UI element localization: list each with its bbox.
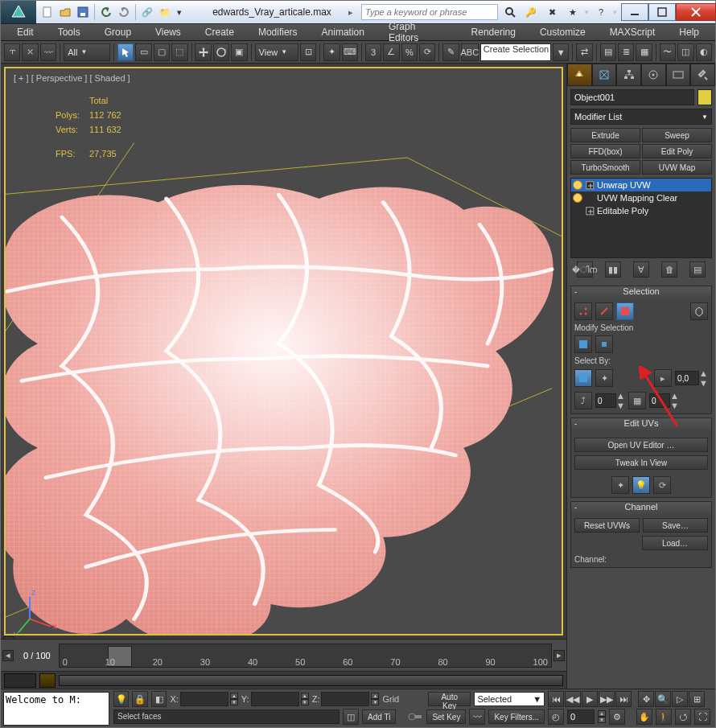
menu-group[interactable]: Group bbox=[93, 24, 142, 40]
exchange-icon[interactable]: ✖ bbox=[543, 3, 561, 21]
move-icon[interactable] bbox=[195, 43, 211, 61]
angle-snap-icon[interactable]: ∠ bbox=[383, 43, 399, 61]
stack-item[interactable]: Unwrap UVW bbox=[571, 179, 711, 191]
close-button[interactable] bbox=[676, 3, 716, 21]
snap-icon[interactable]: 3 bbox=[365, 43, 381, 61]
goto-start-icon[interactable]: ⏮ bbox=[548, 691, 564, 707]
vertex-subobj-icon[interactable] bbox=[574, 302, 592, 320]
menu-create[interactable]: Create bbox=[194, 24, 245, 40]
modifier-btn-extrude[interactable]: Extrude bbox=[570, 128, 640, 142]
tweak-in-view-button[interactable]: Tweak In View bbox=[574, 455, 708, 470]
timeline-track[interactable]: 0102030405060708090100 bbox=[59, 644, 552, 668]
key-mode-dropdown[interactable]: Selected▼ bbox=[474, 692, 545, 706]
spinner-snap-icon[interactable]: ⟳ bbox=[419, 43, 435, 61]
maximize-button[interactable] bbox=[648, 3, 676, 21]
unlink-icon[interactable]: ⤫ bbox=[22, 43, 38, 61]
time-tag-icon[interactable]: ◫ bbox=[343, 709, 359, 725]
menu-help[interactable]: Help bbox=[668, 24, 710, 40]
curve-editor-icon[interactable]: 〜 bbox=[660, 43, 676, 61]
configure-sets-icon[interactable]: ▤ bbox=[689, 261, 706, 278]
mini-curve-icon[interactable] bbox=[39, 673, 56, 688]
save-uvws-button[interactable]: Save… bbox=[643, 518, 708, 533]
shrink-selection-icon[interactable] bbox=[595, 335, 613, 353]
project-icon[interactable]: 📁 bbox=[157, 4, 173, 20]
trackbar-key-area[interactable] bbox=[4, 673, 36, 688]
x-coord-input[interactable] bbox=[180, 692, 228, 706]
search-icon[interactable] bbox=[501, 3, 519, 21]
key-filters-icon[interactable]: 〰 bbox=[469, 709, 485, 725]
percent-snap-icon[interactable]: % bbox=[401, 43, 418, 61]
tab-create[interactable] bbox=[567, 64, 592, 86]
element-subobj-icon[interactable] bbox=[690, 302, 708, 320]
edit-named-sel-icon[interactable]: ✎ bbox=[442, 43, 459, 61]
z-coord-input[interactable] bbox=[321, 692, 369, 706]
timeline-scroll-left-icon[interactable]: ◂ bbox=[2, 650, 14, 661]
menu-tools[interactable]: Tools bbox=[47, 24, 92, 40]
schematic-icon[interactable]: ◫ bbox=[677, 43, 693, 61]
select-val-2[interactable] bbox=[649, 393, 670, 408]
tab-display[interactable] bbox=[666, 64, 691, 86]
setkey-button[interactable]: Set Key bbox=[426, 709, 466, 724]
time-settings-icon[interactable]: ⚙ bbox=[609, 709, 625, 725]
modifier-btn-sweep[interactable]: Sweep bbox=[642, 128, 712, 142]
menu-customize[interactable]: Customize bbox=[529, 24, 597, 40]
grow-selection-icon[interactable] bbox=[574, 335, 592, 353]
new-icon[interactable] bbox=[39, 4, 56, 20]
pin-stack-icon[interactable]: �ിന bbox=[577, 261, 593, 278]
nav-fov-icon[interactable]: ▷ bbox=[672, 691, 688, 707]
layers-icon[interactable]: ≣ bbox=[618, 43, 634, 61]
chevron-down-icon[interactable]: ▾ bbox=[175, 4, 184, 20]
select-rect-icon[interactable]: ▢ bbox=[154, 43, 170, 61]
select-link-icon[interactable]: ⥾ bbox=[4, 43, 20, 61]
layer-manager-icon[interactable]: ▦ bbox=[636, 43, 652, 61]
link-icon[interactable]: 🔗 bbox=[139, 4, 155, 20]
open-icon[interactable] bbox=[57, 4, 73, 20]
maxscript-listener[interactable]: Welcome to M: bbox=[3, 692, 109, 726]
show-end-result-icon[interactable]: ▮▮ bbox=[605, 261, 621, 278]
quick-peel-icon[interactable]: 💡 bbox=[632, 476, 650, 494]
rollout-channel-header[interactable]: -Channel bbox=[571, 502, 711, 515]
quick-planar-icon[interactable]: ✦ bbox=[611, 476, 629, 494]
object-color-swatch[interactable] bbox=[697, 89, 712, 105]
nav-orbit-icon[interactable]: ✋ bbox=[636, 709, 652, 725]
y-coord-input[interactable] bbox=[251, 692, 299, 706]
app-logo[interactable] bbox=[1, 1, 36, 23]
menu-maxscript[interactable]: MAXScript bbox=[599, 24, 667, 40]
tab-utilities[interactable] bbox=[690, 64, 715, 86]
rotate-icon[interactable] bbox=[213, 43, 229, 61]
search-input[interactable] bbox=[361, 4, 498, 20]
menu-rendering[interactable]: Rendering bbox=[460, 24, 527, 40]
modifier-btn-uvw-map[interactable]: UVW Map bbox=[642, 160, 712, 175]
menu-views[interactable]: Views bbox=[144, 24, 192, 40]
stack-item[interactable]: Editable Poly bbox=[571, 204, 711, 217]
nav-zoom-all-icon[interactable]: ⊞ bbox=[689, 691, 705, 707]
selection-filter-dropdown[interactable]: All▼ bbox=[64, 43, 110, 61]
tab-motion[interactable] bbox=[641, 64, 666, 86]
scale-icon[interactable]: ▣ bbox=[231, 43, 247, 61]
select-chk-icon[interactable]: ▦ bbox=[628, 392, 646, 409]
lock-selection-icon[interactable]: 💡 bbox=[113, 691, 129, 707]
modifier-btn-turbosmooth[interactable]: TurboSmooth bbox=[570, 160, 640, 175]
select-val-1[interactable] bbox=[595, 393, 616, 408]
timeline-scroll-right-icon[interactable]: ▸ bbox=[553, 650, 565, 661]
subscription-icon[interactable]: 🔑 bbox=[522, 3, 540, 21]
nav-arc-icon[interactable]: ⭯ bbox=[675, 709, 691, 725]
minimize-button[interactable] bbox=[621, 3, 648, 21]
viewport-label[interactable]: [ + ] [ Perspective ] [ Shaded ] bbox=[14, 73, 130, 83]
quick-relax-icon[interactable]: ⟳ bbox=[653, 476, 671, 494]
stack-item[interactable]: UVW Mapping Clear bbox=[571, 191, 711, 204]
add-time-tag-button[interactable]: Add Ti bbox=[362, 709, 396, 724]
modifier-list-dropdown[interactable]: Modifier List▼ bbox=[570, 109, 712, 125]
modifier-btn-ffd-box-[interactable]: FFD(box) bbox=[570, 144, 640, 158]
save-icon[interactable] bbox=[75, 4, 91, 20]
rollout-edit-uvs-header[interactable]: -Edit UVs bbox=[571, 418, 711, 431]
select-sg-icon[interactable]: ▸ bbox=[654, 369, 672, 387]
next-frame-icon[interactable]: ▶▶ bbox=[599, 691, 615, 707]
rollout-selection-header[interactable]: -Selection bbox=[571, 286, 711, 299]
select-inv-icon[interactable]: ⤴ bbox=[574, 392, 592, 409]
trackbar[interactable] bbox=[59, 675, 563, 686]
modifier-btn-edit-poly[interactable]: Edit Poly bbox=[642, 144, 712, 158]
align-icon[interactable]: ▤ bbox=[600, 43, 616, 61]
make-unique-icon[interactable]: ∀ bbox=[633, 261, 649, 278]
favorite-icon[interactable]: ★ bbox=[564, 3, 582, 21]
